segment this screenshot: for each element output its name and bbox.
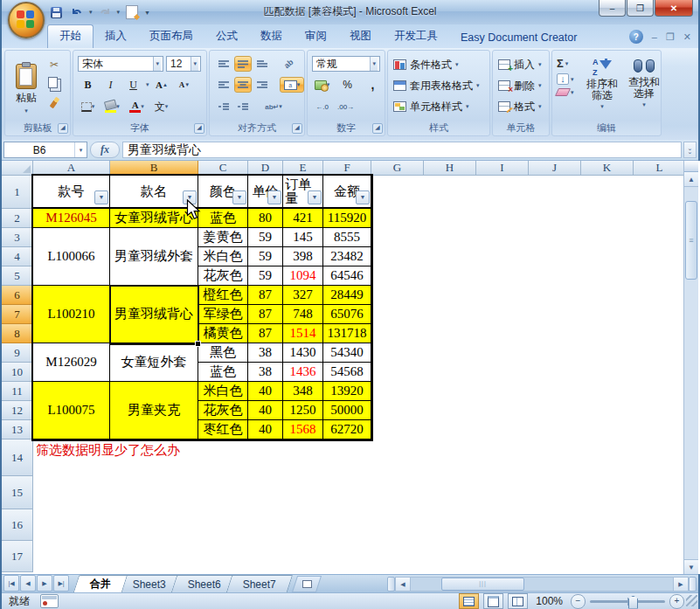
workbook-restore-icon[interactable]: ❐: [666, 31, 675, 43]
scroll-up-icon[interactable]: ▲: [684, 172, 698, 187]
clear-button[interactable]: ▾: [557, 88, 574, 96]
ribbon-tab-3[interactable]: 页面布局: [138, 25, 204, 48]
row-header-11[interactable]: 11: [2, 382, 33, 401]
minimize-button[interactable]: –: [599, 0, 626, 17]
cell[interactable]: L100066: [33, 228, 110, 286]
column-header-I[interactable]: I: [476, 161, 529, 176]
underline-dropdown-icon[interactable]: ▾: [146, 81, 149, 88]
shrink-font-button[interactable]: A▼: [175, 77, 195, 93]
filter-dropdown-icon[interactable]: ▼: [356, 190, 370, 204]
help-icon[interactable]: ?: [629, 30, 643, 44]
grow-font-button[interactable]: A▲: [152, 77, 172, 93]
column-header-L[interactable]: L: [634, 161, 686, 176]
borders-button[interactable]: ▾: [78, 99, 98, 114]
column-header-E[interactable]: E: [283, 161, 323, 176]
cell[interactable]: 1250: [283, 401, 323, 420]
cell[interactable]: 64546: [323, 266, 371, 286]
align-bottom-button[interactable]: [253, 56, 271, 72]
row-header-13[interactable]: 13: [2, 420, 33, 439]
restore-button[interactable]: ❐: [627, 0, 654, 17]
number-format-combo[interactable]: 常规▾: [312, 56, 380, 72]
comma-style-button[interactable]: ,: [363, 77, 383, 93]
normal-view-button[interactable]: [459, 593, 479, 609]
column-header-G[interactable]: G: [371, 161, 424, 176]
dialog-launcher-icon[interactable]: ◢: [292, 123, 302, 134]
italic-button[interactable]: I: [100, 77, 121, 93]
filter-dropdown-icon[interactable]: ▼: [232, 190, 246, 204]
cell[interactable]: 枣红色: [198, 420, 248, 439]
align-top-button[interactable]: [215, 56, 232, 72]
insert-worksheet-button[interactable]: [292, 576, 322, 592]
cell[interactable]: 蓝色: [198, 209, 248, 228]
cell[interactable]: 女童短外套: [110, 343, 198, 382]
ribbon-tab-4[interactable]: 公式: [204, 25, 249, 48]
row-header-6[interactable]: 6: [2, 286, 33, 305]
cell[interactable]: 327: [283, 286, 323, 305]
column-header-F[interactable]: F: [323, 161, 371, 176]
increase-decimal-button[interactable]: ←.0: [312, 99, 332, 114]
macro-record-button[interactable]: [40, 594, 59, 608]
vertical-split-handle[interactable]: [684, 161, 698, 172]
cell[interactable]: 8555: [323, 228, 371, 247]
cell[interactable]: 40: [248, 382, 283, 401]
workbook-minimize-icon[interactable]: –: [652, 31, 657, 42]
cell[interactable]: 军绿色: [198, 305, 248, 324]
cell[interactable]: L100210: [33, 286, 110, 343]
conditional-formatting-button[interactable]: 条件格式▾: [393, 56, 459, 73]
scroll-left-icon[interactable]: ◀: [395, 577, 411, 592]
ribbon-tab-8[interactable]: 开发工具: [383, 25, 449, 48]
cell[interactable]: 131718: [323, 324, 371, 343]
ribbon-tab-5[interactable]: 数据: [249, 25, 294, 48]
formula-input[interactable]: 男童羽绒背心: [122, 142, 682, 158]
decrease-indent-button[interactable]: [215, 99, 232, 114]
filter-header-cell[interactable]: 单价▼: [248, 176, 283, 209]
column-header-C[interactable]: C: [198, 161, 248, 176]
cell[interactable]: 男童夹克: [110, 382, 198, 439]
sheet-tab-1[interactable]: 合并: [73, 575, 128, 592]
cell[interactable]: 38: [248, 363, 283, 382]
cell[interactable]: 13920: [323, 382, 371, 401]
cell[interactable]: 87: [248, 305, 283, 324]
cell[interactable]: 54568: [323, 363, 371, 382]
row-header-3[interactable]: 3: [2, 228, 33, 247]
wrap-text-button[interactable]: ab↵▾: [260, 99, 287, 114]
cell[interactable]: 54340: [323, 343, 371, 363]
cell[interactable]: M126045: [33, 209, 110, 228]
column-header-B[interactable]: B: [110, 161, 198, 176]
align-center-button[interactable]: [234, 77, 252, 93]
window-split-handle[interactable]: [689, 577, 697, 592]
scroll-right-icon[interactable]: ▶: [673, 577, 689, 592]
zoom-slider-thumb[interactable]: [628, 596, 638, 609]
last-sheet-icon[interactable]: ▶|: [53, 575, 69, 592]
cell[interactable]: 59: [248, 266, 283, 286]
ribbon-tab-6[interactable]: 审阅: [294, 25, 338, 48]
column-header-H[interactable]: H: [424, 161, 476, 176]
ribbon-tab-2[interactable]: 插入: [94, 25, 138, 48]
copy-button[interactable]: [45, 75, 63, 92]
cell-styles-button[interactable]: 单元格样式▾: [393, 98, 469, 115]
cell[interactable]: 花灰色: [198, 266, 248, 286]
row-header-15[interactable]: 15: [2, 476, 33, 509]
cell[interactable]: M126029: [33, 343, 110, 382]
name-box-dropdown-icon[interactable]: ▾: [74, 142, 87, 157]
cell[interactable]: 1436: [283, 363, 323, 382]
bold-button[interactable]: B: [78, 77, 98, 93]
zoom-in-button[interactable]: +: [669, 594, 684, 609]
cell[interactable]: 40: [248, 420, 283, 439]
delete-cells-button[interactable]: 删除▾: [498, 77, 542, 94]
cell[interactable]: 38: [248, 343, 283, 363]
row-header-14[interactable]: 14: [2, 439, 33, 476]
sheet-tab-4[interactable]: Sheet7: [226, 575, 294, 592]
next-sheet-icon[interactable]: ▶: [37, 575, 52, 592]
close-button[interactable]: ✕: [655, 0, 693, 17]
cell[interactable]: 398: [283, 247, 323, 266]
cell[interactable]: 421: [283, 209, 323, 228]
column-header-A[interactable]: A: [33, 161, 110, 176]
expand-formula-bar-icon[interactable]: ⌄⌄: [683, 142, 697, 158]
cell[interactable]: 50000: [323, 401, 371, 420]
cell[interactable]: 348: [283, 382, 323, 401]
row-header-12[interactable]: 12: [2, 401, 33, 420]
horizontal-scroll-track[interactable]: [411, 577, 673, 592]
fill-button[interactable]: ↓▾: [557, 73, 574, 85]
ribbon-tab-1[interactable]: 开始: [47, 24, 94, 48]
